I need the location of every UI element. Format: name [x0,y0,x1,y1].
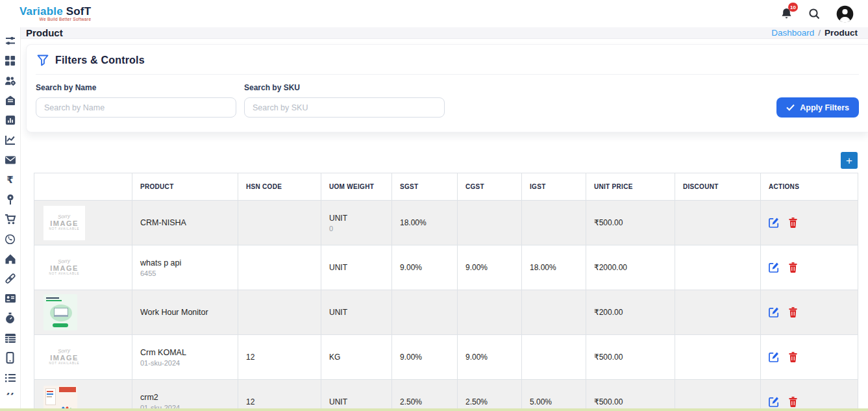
check-icon [786,104,795,111]
bar-chart-icon [5,115,16,125]
cart-icon [5,214,16,225]
cgst: 2.50% [458,380,522,411]
col-sgst: SGST [392,173,458,201]
col-uom-weight: UOM WEIGHT [321,173,392,201]
discount [675,201,761,245]
home-icon [5,253,16,264]
sidebar-item-contacts[interactable] [5,293,16,305]
sidebar-item-lists[interactable] [5,372,16,384]
sidebar-item-sliders[interactable] [5,35,16,47]
table-row: crm2 01-sku-2024 12 UNIT 2.50% 2.50% 5.0… [34,380,858,411]
search-by-name-field: Search by Name [36,83,236,118]
product-sku: 01-sku-2024 [140,359,230,367]
sidebar-item-links[interactable] [5,273,16,284]
sidebar-item-whatsapp[interactable] [5,233,16,245]
apply-filters-button[interactable]: Apply Filters [776,97,859,118]
cgst [458,201,522,245]
table-row: Sorry IMAGE NOT AVAILABLE whats p api 64… [34,245,858,290]
breadcrumb-dashboard-link[interactable]: Dashboard [771,28,814,38]
discount [675,335,761,380]
add-product-button[interactable]: + [841,152,858,169]
sidebar-item-records[interactable] [5,332,16,344]
product-image-placeholder: Sorry IMAGE NOT AVAILABLE [43,251,85,285]
sgst: 9.00% [392,245,458,290]
sidebar-item-dashboard[interactable] [5,55,16,67]
top-header: Variable SofT We Build Better Software 1… [0,0,868,27]
sidebar-item-inbox[interactable] [5,95,16,106]
placeholder-text: IMAGE [50,220,79,227]
col-igst: IGST [522,173,586,201]
notification-badge: 10 [788,3,798,12]
crm2-thumbnail [43,386,77,411]
col-cgst: CGST [458,173,522,201]
product-table: PRODUCT HSN CODE UOM WEIGHT SGST CGST IG… [34,173,858,411]
delete-button[interactable] [789,397,797,407]
plus-icon: + [846,155,852,166]
bottom-scroll-strip[interactable] [0,408,868,411]
sidebar-item-quotes[interactable]: ” [5,392,16,403]
mail-open-icon [5,95,16,106]
hsn-code [238,201,321,245]
hsn-code [238,290,321,335]
edit-button[interactable] [769,352,779,362]
igst: 5.00% [522,380,586,411]
product-name: whats p api [140,258,230,268]
brand-logo[interactable]: Variable SofT We Build Better Software [19,6,91,22]
sidebar-item-users[interactable] [5,75,16,86]
search-by-name-input[interactable] [36,97,236,118]
search-by-sku-input[interactable] [244,97,445,118]
edit-button[interactable] [769,307,779,318]
sidebar-item-timer[interactable] [5,312,16,324]
product-name: CRM-NISHA [140,218,230,227]
uom: KG [321,335,392,380]
product-sku: 6455 [140,269,230,277]
sidebar-item-payments[interactable]: ₹ [5,174,16,186]
edit-button[interactable] [769,397,779,407]
sidebar-item-reports[interactable] [5,114,16,126]
cgst: 9.00% [458,335,522,380]
brand-name-primary: Variable [19,5,63,18]
delete-button[interactable] [789,352,797,362]
product-name: Crm KOMAL [140,348,230,357]
unit-price: ₹500.00 [586,380,675,411]
col-image [34,173,132,201]
sidebar-item-analytics[interactable] [5,134,16,146]
sidebar-item-location[interactable] [5,193,16,205]
sidebar-item-email[interactable] [5,154,16,166]
trash-icon [789,352,797,362]
hsn-code: 12 [238,335,321,380]
weight: 0 [329,225,384,232]
discount [675,245,761,290]
filters-card: Filters & Controls Search by Name Search… [26,44,868,132]
search-button[interactable] [808,8,821,20]
hsn-code [238,245,321,290]
edit-button[interactable] [769,218,779,228]
placeholder-text: IMAGE [50,265,79,272]
unit-price: ₹2000.00 [586,245,675,290]
sidebar-item-mobile[interactable] [5,352,16,364]
edit-icon [769,397,779,407]
work-hour-monitor-thumbnail [43,294,77,330]
sidebar-item-orders[interactable] [5,214,16,225]
grid-icon [5,55,16,66]
sidebar-item-home[interactable] [5,253,16,265]
delete-button[interactable] [789,262,797,273]
col-product: PRODUCT [132,173,238,201]
edit-icon [769,307,779,318]
igst [522,335,586,380]
delete-button[interactable] [789,218,797,228]
list-icon [5,373,16,383]
unit-price: ₹200.00 [586,290,675,335]
product-name: crm2 [140,393,230,402]
uom: UNIT [321,380,392,411]
product-name: Work Hour Monitor [140,308,230,317]
delete-button[interactable] [789,307,797,318]
notifications-button[interactable]: 10 [780,7,793,20]
avatar [836,5,854,23]
igst [522,201,586,245]
hsn-code: 12 [238,380,321,411]
profile-menu-button[interactable] [836,5,854,23]
table-header-row: PRODUCT HSN CODE UOM WEIGHT SGST CGST IG… [34,173,858,201]
igst: 18.00% [522,245,586,290]
edit-button[interactable] [769,262,779,273]
